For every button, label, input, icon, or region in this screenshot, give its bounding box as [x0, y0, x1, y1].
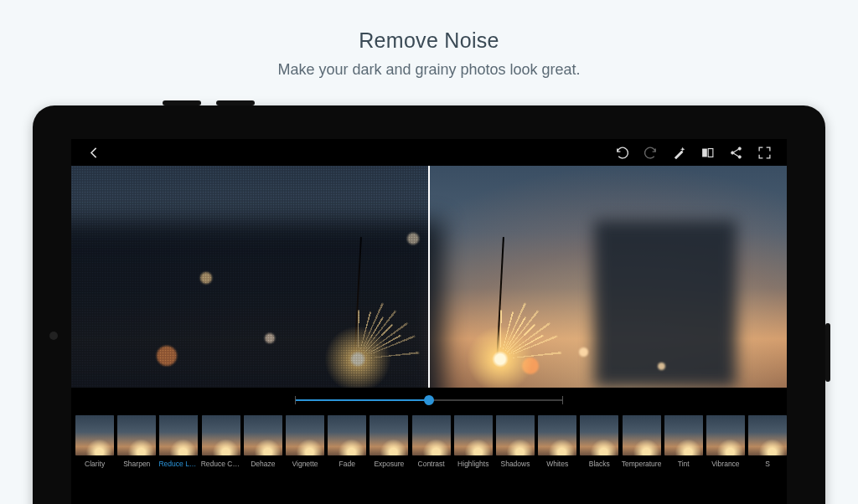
correction-label: Tint	[678, 460, 690, 468]
tablet-frame: ClaritySharpenReduce Lumi..Reduce Colo..…	[33, 105, 825, 504]
tablet-hw-buttons	[163, 100, 255, 105]
auto-enhance-button[interactable]	[664, 139, 693, 166]
correction-highlights[interactable]: Highlights	[453, 415, 494, 468]
image-canvas[interactable]	[71, 166, 787, 388]
svg-rect-1	[708, 148, 713, 157]
svg-rect-0	[702, 148, 707, 157]
correction-reduce-colo-[interactable]: Reduce Colo..	[201, 415, 241, 468]
correction-temperature[interactable]: Temperature	[621, 415, 661, 468]
correction-blacks[interactable]: Blacks	[579, 415, 619, 468]
tablet-side-button	[825, 323, 830, 382]
correction-whites[interactable]: Whites	[537, 415, 577, 468]
top-toolbar	[71, 139, 787, 166]
correction-reduce-lumi-[interactable]: Reduce Lumi..	[158, 415, 199, 468]
compare-button[interactable]	[693, 139, 721, 166]
fullscreen-button[interactable]	[750, 139, 778, 166]
corrections-strip[interactable]: ClaritySharpenReduce Lumi..Reduce Colo..…	[71, 413, 787, 485]
correction-label: Temperature	[622, 460, 662, 468]
correction-vignette[interactable]: Vignette	[285, 415, 325, 468]
correction-label: Fade	[339, 460, 355, 468]
correction-label: Highlights	[457, 460, 488, 468]
correction-fade[interactable]: Fade	[327, 415, 367, 468]
correction-contrast[interactable]: Contrast	[411, 415, 452, 468]
correction-label: Reduce Colo..	[201, 460, 241, 468]
split-divider[interactable]	[428, 166, 430, 388]
correction-sharpen[interactable]: Sharpen	[116, 415, 157, 468]
share-button[interactable]	[721, 139, 750, 166]
correction-tint[interactable]: Tint	[664, 415, 704, 468]
slider-knob[interactable]	[424, 395, 434, 405]
correction-shadows[interactable]: Shadows	[495, 415, 535, 468]
correction-label: Dehaze	[251, 460, 275, 468]
correction-label: Vibrance	[711, 460, 739, 468]
correction-label: Whites	[546, 460, 568, 468]
correction-vibrance[interactable]: Vibrance	[706, 415, 746, 468]
correction-label: Sharpen	[123, 460, 150, 468]
tablet-camera	[49, 332, 58, 340]
hero-subtitle: Make your dark and grainy photos look gr…	[0, 61, 858, 79]
marketing-hero: Remove Noise Make your dark and grainy p…	[0, 28, 858, 79]
redo-button[interactable]	[636, 139, 664, 166]
correction-label: S	[765, 460, 770, 468]
correction-s[interactable]: S	[747, 415, 787, 468]
correction-label: Vignette	[292, 460, 318, 468]
correction-label: Clarity	[85, 460, 105, 468]
undo-button[interactable]	[607, 139, 636, 166]
correction-label: Blacks	[589, 460, 610, 468]
adjust-slider[interactable]	[71, 388, 787, 413]
correction-label: Contrast	[418, 460, 445, 468]
correction-exposure[interactable]: Exposure	[369, 415, 409, 468]
correction-clarity[interactable]: Clarity	[75, 415, 115, 468]
correction-label: Exposure	[374, 460, 404, 468]
app-screen: ClaritySharpenReduce Lumi..Reduce Colo..…	[71, 139, 787, 504]
correction-label: Shadows	[500, 460, 530, 468]
back-button[interactable]	[80, 139, 108, 166]
hero-title: Remove Noise	[0, 28, 858, 53]
correction-label: Reduce Lumi..	[158, 460, 199, 468]
correction-dehaze[interactable]: Dehaze	[243, 415, 283, 468]
